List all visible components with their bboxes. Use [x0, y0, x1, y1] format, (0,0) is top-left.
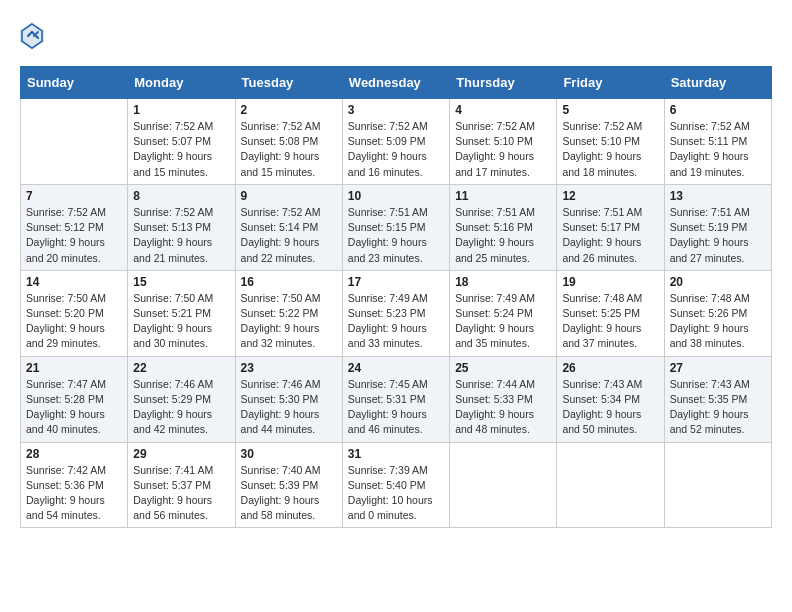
day-number: 17 [348, 275, 444, 289]
day-number: 30 [241, 447, 337, 461]
calendar-cell: 18Sunrise: 7:49 AMSunset: 5:24 PMDayligh… [450, 270, 557, 356]
day-info: Sunrise: 7:52 AMSunset: 5:12 PMDaylight:… [26, 205, 122, 266]
calendar-cell: 2Sunrise: 7:52 AMSunset: 5:08 PMDaylight… [235, 99, 342, 185]
week-row-4: 28Sunrise: 7:42 AMSunset: 5:36 PMDayligh… [21, 442, 772, 528]
day-info: Sunrise: 7:43 AMSunset: 5:34 PMDaylight:… [562, 377, 658, 438]
calendar-table: SundayMondayTuesdayWednesdayThursdayFrid… [20, 66, 772, 528]
calendar-cell: 14Sunrise: 7:50 AMSunset: 5:20 PMDayligh… [21, 270, 128, 356]
calendar-cell: 11Sunrise: 7:51 AMSunset: 5:16 PMDayligh… [450, 184, 557, 270]
calendar-cell: 16Sunrise: 7:50 AMSunset: 5:22 PMDayligh… [235, 270, 342, 356]
calendar-cell: 1Sunrise: 7:52 AMSunset: 5:07 PMDaylight… [128, 99, 235, 185]
week-row-2: 14Sunrise: 7:50 AMSunset: 5:20 PMDayligh… [21, 270, 772, 356]
logo [20, 20, 48, 50]
svg-marker-0 [20, 22, 44, 50]
calendar-cell: 21Sunrise: 7:47 AMSunset: 5:28 PMDayligh… [21, 356, 128, 442]
calendar-cell: 3Sunrise: 7:52 AMSunset: 5:09 PMDaylight… [342, 99, 449, 185]
day-number: 7 [26, 189, 122, 203]
weekday-header-tuesday: Tuesday [235, 67, 342, 99]
calendar-cell: 7Sunrise: 7:52 AMSunset: 5:12 PMDaylight… [21, 184, 128, 270]
day-number: 15 [133, 275, 229, 289]
weekday-header-sunday: Sunday [21, 67, 128, 99]
day-info: Sunrise: 7:52 AMSunset: 5:10 PMDaylight:… [455, 119, 551, 180]
calendar-cell: 8Sunrise: 7:52 AMSunset: 5:13 PMDaylight… [128, 184, 235, 270]
calendar-cell: 4Sunrise: 7:52 AMSunset: 5:10 PMDaylight… [450, 99, 557, 185]
calendar-cell: 26Sunrise: 7:43 AMSunset: 5:34 PMDayligh… [557, 356, 664, 442]
day-info: Sunrise: 7:45 AMSunset: 5:31 PMDaylight:… [348, 377, 444, 438]
day-info: Sunrise: 7:41 AMSunset: 5:37 PMDaylight:… [133, 463, 229, 524]
calendar-cell: 27Sunrise: 7:43 AMSunset: 5:35 PMDayligh… [664, 356, 771, 442]
day-info: Sunrise: 7:44 AMSunset: 5:33 PMDaylight:… [455, 377, 551, 438]
day-info: Sunrise: 7:47 AMSunset: 5:28 PMDaylight:… [26, 377, 122, 438]
day-info: Sunrise: 7:52 AMSunset: 5:10 PMDaylight:… [562, 119, 658, 180]
calendar-cell: 28Sunrise: 7:42 AMSunset: 5:36 PMDayligh… [21, 442, 128, 528]
day-number: 4 [455, 103, 551, 117]
day-info: Sunrise: 7:46 AMSunset: 5:30 PMDaylight:… [241, 377, 337, 438]
day-number: 5 [562, 103, 658, 117]
calendar-cell: 30Sunrise: 7:40 AMSunset: 5:39 PMDayligh… [235, 442, 342, 528]
day-info: Sunrise: 7:52 AMSunset: 5:14 PMDaylight:… [241, 205, 337, 266]
calendar-cell: 29Sunrise: 7:41 AMSunset: 5:37 PMDayligh… [128, 442, 235, 528]
calendar-cell: 12Sunrise: 7:51 AMSunset: 5:17 PMDayligh… [557, 184, 664, 270]
calendar-cell: 15Sunrise: 7:50 AMSunset: 5:21 PMDayligh… [128, 270, 235, 356]
calendar-cell: 17Sunrise: 7:49 AMSunset: 5:23 PMDayligh… [342, 270, 449, 356]
day-number: 27 [670, 361, 766, 375]
calendar-cell: 19Sunrise: 7:48 AMSunset: 5:25 PMDayligh… [557, 270, 664, 356]
day-info: Sunrise: 7:52 AMSunset: 5:13 PMDaylight:… [133, 205, 229, 266]
day-info: Sunrise: 7:49 AMSunset: 5:23 PMDaylight:… [348, 291, 444, 352]
day-number: 2 [241, 103, 337, 117]
calendar-cell [450, 442, 557, 528]
weekday-header-monday: Monday [128, 67, 235, 99]
day-info: Sunrise: 7:51 AMSunset: 5:19 PMDaylight:… [670, 205, 766, 266]
day-number: 28 [26, 447, 122, 461]
day-number: 26 [562, 361, 658, 375]
calendar-cell [664, 442, 771, 528]
day-number: 10 [348, 189, 444, 203]
day-info: Sunrise: 7:49 AMSunset: 5:24 PMDaylight:… [455, 291, 551, 352]
week-row-0: 1Sunrise: 7:52 AMSunset: 5:07 PMDaylight… [21, 99, 772, 185]
calendar-cell [557, 442, 664, 528]
day-number: 24 [348, 361, 444, 375]
week-row-1: 7Sunrise: 7:52 AMSunset: 5:12 PMDaylight… [21, 184, 772, 270]
day-info: Sunrise: 7:42 AMSunset: 5:36 PMDaylight:… [26, 463, 122, 524]
day-number: 14 [26, 275, 122, 289]
day-number: 12 [562, 189, 658, 203]
day-number: 9 [241, 189, 337, 203]
day-number: 29 [133, 447, 229, 461]
day-info: Sunrise: 7:40 AMSunset: 5:39 PMDaylight:… [241, 463, 337, 524]
day-info: Sunrise: 7:52 AMSunset: 5:11 PMDaylight:… [670, 119, 766, 180]
weekday-header-row: SundayMondayTuesdayWednesdayThursdayFrid… [21, 67, 772, 99]
day-number: 18 [455, 275, 551, 289]
day-number: 3 [348, 103, 444, 117]
weekday-header-wednesday: Wednesday [342, 67, 449, 99]
day-number: 31 [348, 447, 444, 461]
day-info: Sunrise: 7:48 AMSunset: 5:25 PMDaylight:… [562, 291, 658, 352]
day-number: 22 [133, 361, 229, 375]
day-number: 1 [133, 103, 229, 117]
day-number: 6 [670, 103, 766, 117]
day-info: Sunrise: 7:50 AMSunset: 5:22 PMDaylight:… [241, 291, 337, 352]
day-info: Sunrise: 7:52 AMSunset: 5:07 PMDaylight:… [133, 119, 229, 180]
day-info: Sunrise: 7:39 AMSunset: 5:40 PMDaylight:… [348, 463, 444, 524]
day-info: Sunrise: 7:46 AMSunset: 5:29 PMDaylight:… [133, 377, 229, 438]
general-blue-icon [20, 22, 44, 50]
calendar-cell: 22Sunrise: 7:46 AMSunset: 5:29 PMDayligh… [128, 356, 235, 442]
day-number: 19 [562, 275, 658, 289]
day-number: 21 [26, 361, 122, 375]
calendar-cell: 24Sunrise: 7:45 AMSunset: 5:31 PMDayligh… [342, 356, 449, 442]
day-number: 23 [241, 361, 337, 375]
day-info: Sunrise: 7:51 AMSunset: 5:17 PMDaylight:… [562, 205, 658, 266]
day-info: Sunrise: 7:52 AMSunset: 5:08 PMDaylight:… [241, 119, 337, 180]
weekday-header-saturday: Saturday [664, 67, 771, 99]
day-info: Sunrise: 7:48 AMSunset: 5:26 PMDaylight:… [670, 291, 766, 352]
calendar-cell: 20Sunrise: 7:48 AMSunset: 5:26 PMDayligh… [664, 270, 771, 356]
day-number: 20 [670, 275, 766, 289]
calendar-cell: 6Sunrise: 7:52 AMSunset: 5:11 PMDaylight… [664, 99, 771, 185]
calendar-cell [21, 99, 128, 185]
day-number: 11 [455, 189, 551, 203]
week-row-3: 21Sunrise: 7:47 AMSunset: 5:28 PMDayligh… [21, 356, 772, 442]
calendar-cell: 23Sunrise: 7:46 AMSunset: 5:30 PMDayligh… [235, 356, 342, 442]
day-number: 25 [455, 361, 551, 375]
day-info: Sunrise: 7:50 AMSunset: 5:21 PMDaylight:… [133, 291, 229, 352]
weekday-header-friday: Friday [557, 67, 664, 99]
calendar-cell: 10Sunrise: 7:51 AMSunset: 5:15 PMDayligh… [342, 184, 449, 270]
